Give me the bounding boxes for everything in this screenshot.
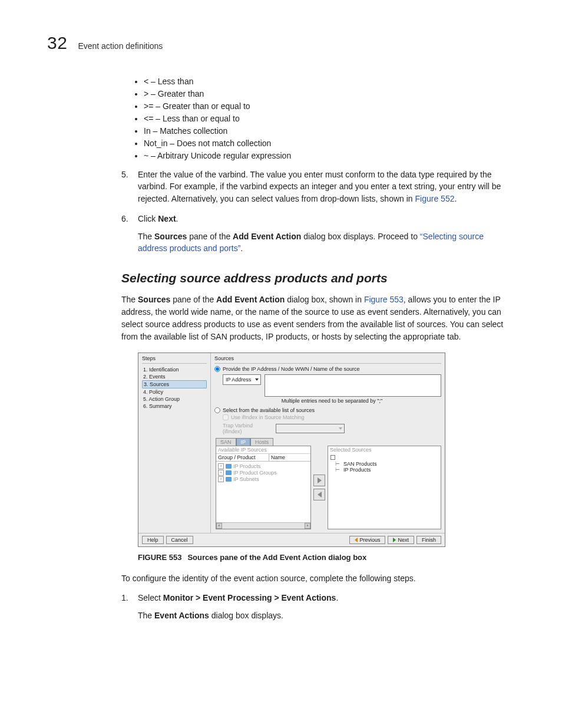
trap-varbind-combo bbox=[276, 424, 345, 433]
figure-number: FIGURE 553 bbox=[138, 553, 181, 562]
folder-icon bbox=[226, 464, 232, 469]
tree-node[interactable]: +IP Products bbox=[218, 463, 309, 469]
wizard-step[interactable]: 6. Summary bbox=[142, 403, 207, 410]
step-6: Click Next. The Sources pane of the Add … bbox=[121, 213, 515, 255]
running-header: 32 Event action definitions bbox=[47, 33, 515, 53]
wizard-step[interactable]: 4. Policy bbox=[142, 388, 207, 396]
tab-san[interactable]: SAN bbox=[216, 438, 236, 446]
op-item: Not_in – Does not match collection bbox=[144, 139, 515, 148]
operator-list: < – Less than > – Greater than >= – Grea… bbox=[121, 77, 515, 160]
scroll-left-icon[interactable]: ‹ bbox=[216, 523, 222, 529]
triangle-right-icon bbox=[393, 538, 396, 542]
tree-node[interactable]: +IP Product Groups bbox=[218, 470, 309, 476]
tree-node[interactable]: ⊢IP Products bbox=[335, 467, 438, 473]
section-intro: The Sources pane of the Add Event Action… bbox=[121, 294, 515, 343]
previous-button[interactable]: Previous bbox=[349, 536, 385, 544]
finish-button[interactable]: Finish bbox=[416, 536, 441, 544]
triangle-left-icon bbox=[355, 538, 358, 542]
next-button[interactable]: Next bbox=[388, 536, 414, 544]
selected-header: Selected Sources bbox=[328, 446, 441, 454]
wizard-step[interactable]: 1. Identification bbox=[142, 366, 207, 373]
folder-icon bbox=[226, 470, 232, 475]
source-tabs: SAN IP Hosts bbox=[216, 438, 441, 446]
wizard-steps-pane: Steps 1. Identification 2. Events 3. Sou… bbox=[138, 353, 211, 533]
op-item: ~ – Arbitrary Unicode regular expression bbox=[144, 151, 515, 160]
ifindex-checkbox bbox=[223, 414, 229, 420]
available-header: Available IP Sources bbox=[216, 446, 310, 454]
multi-entry-hint: Multiple entries need to be separated by… bbox=[223, 398, 441, 404]
address-input[interactable] bbox=[265, 374, 441, 397]
after-figure-text: To configure the identity of the event a… bbox=[121, 572, 515, 585]
provide-address-radio[interactable] bbox=[214, 366, 220, 372]
op-item: < – Less than bbox=[144, 77, 515, 86]
folder-icon bbox=[226, 477, 232, 482]
config-step-1: Select Monitor > Event Processing > Even… bbox=[121, 592, 515, 622]
expand-icon[interactable]: + bbox=[218, 476, 224, 482]
horizontal-scrollbar[interactable]: ‹ › bbox=[216, 522, 310, 529]
chevron-down-icon bbox=[255, 378, 259, 381]
add-event-action-dialog: Steps 1. Identification 2. Events 3. Sou… bbox=[138, 353, 445, 547]
ifindex-label: Use ifIndex in Source Matching bbox=[231, 414, 305, 420]
move-left-button[interactable] bbox=[313, 489, 325, 500]
step-5: Enter the value of the varbind. The valu… bbox=[121, 169, 515, 205]
op-item: <= – Less than or equal to bbox=[144, 114, 515, 123]
section-heading: Selecting source address products and po… bbox=[121, 271, 515, 285]
steps-header: Steps bbox=[142, 355, 207, 364]
move-right-button[interactable] bbox=[313, 475, 325, 486]
cancel-button[interactable]: Cancel bbox=[166, 536, 193, 544]
tab-hosts[interactable]: Hosts bbox=[250, 438, 273, 446]
figure-text: Sources pane of the Add Event Action dia… bbox=[187, 553, 366, 562]
tree-handle-icon[interactable] bbox=[330, 455, 335, 460]
tree-node[interactable]: ⊢SAN Products bbox=[335, 461, 438, 467]
expand-icon[interactable]: + bbox=[218, 463, 224, 469]
triangle-left-icon bbox=[318, 492, 322, 498]
available-sources-panel: Available IP Sources Group / Product Nam… bbox=[216, 446, 311, 529]
figure-552-link[interactable]: Figure 552 bbox=[415, 194, 455, 203]
selected-sources-panel: Selected Sources ⊢SAN Products ⊢IP Produ… bbox=[328, 446, 441, 529]
tab-ip[interactable]: IP bbox=[236, 438, 251, 446]
op-item: > – Greater than bbox=[144, 89, 515, 98]
address-type-combo[interactable]: IP Address bbox=[223, 374, 261, 385]
help-button[interactable]: Help bbox=[142, 536, 164, 544]
select-from-list-radio[interactable] bbox=[214, 407, 220, 413]
sources-pane: Sources Provide the IP Address / Node WW… bbox=[211, 353, 445, 533]
wizard-step[interactable]: 2. Events bbox=[142, 373, 207, 380]
trap-varbind-label: Trap Varbind (ifIndex) bbox=[223, 423, 273, 434]
tree-node[interactable]: +IP Subnets bbox=[218, 476, 309, 482]
col-group: Group / Product bbox=[216, 454, 269, 461]
figure-caption: FIGURE 553Sources pane of the Add Event … bbox=[138, 553, 515, 562]
wizard-step[interactable]: 5. Action Group bbox=[142, 396, 207, 403]
sources-header: Sources bbox=[214, 355, 441, 364]
op-item: In – Matches collection bbox=[144, 126, 515, 136]
chevron-down-icon bbox=[339, 427, 342, 430]
expand-icon[interactable]: + bbox=[218, 470, 224, 476]
wizard-step-selected[interactable]: 3. Sources bbox=[142, 380, 207, 388]
col-name: Name bbox=[269, 454, 310, 461]
menu-path: Monitor > Event Processing > Event Actio… bbox=[163, 593, 336, 602]
scroll-right-icon[interactable]: › bbox=[305, 523, 310, 529]
figure-553-link[interactable]: Figure 553 bbox=[364, 295, 404, 304]
chapter-title: Event action definitions bbox=[78, 41, 163, 51]
next-label: Next bbox=[158, 214, 176, 223]
triangle-right-icon bbox=[318, 477, 322, 483]
provide-address-label: Provide the IP Address / Node WWN / Name… bbox=[223, 366, 359, 372]
chapter-number: 32 bbox=[47, 33, 67, 53]
op-item: >= – Greater than or equal to bbox=[144, 101, 515, 111]
select-from-list-label: Select from the available list of source… bbox=[223, 407, 315, 413]
